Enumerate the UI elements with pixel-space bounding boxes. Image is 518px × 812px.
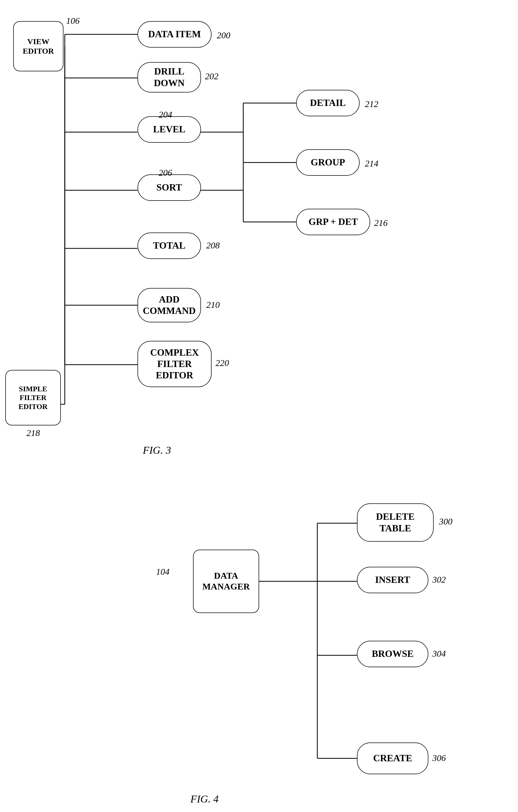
ref-202: 202	[205, 71, 218, 81]
ref-106: 106	[66, 16, 80, 26]
ref-218: 218	[26, 428, 40, 438]
drill-down-node: DRILLDOWN	[137, 62, 201, 92]
detail-node: DETAIL	[296, 90, 360, 116]
ref-104: 104	[156, 567, 169, 577]
ref-200: 200	[217, 30, 230, 40]
connection-lines	[0, 0, 518, 812]
ref-302: 302	[432, 575, 446, 585]
data-manager-node: DATAMANAGER	[193, 550, 259, 613]
browse-node: BROWSE	[357, 641, 428, 667]
diagram-container: VIEWEDITOR 106 DATA ITEM 200 DRILLDOWN 2…	[0, 0, 518, 812]
group-node: GROUP	[296, 149, 360, 176]
view-editor-node: VIEWEDITOR	[13, 21, 63, 71]
level-node: LEVEL	[137, 116, 201, 143]
ref-216: 216	[374, 218, 388, 228]
ref-220: 220	[216, 358, 229, 368]
fig4-caption: FIG. 4	[190, 793, 219, 805]
complex-filter-editor-node: COMPLEXFILTEREDITOR	[137, 341, 212, 387]
data-item-node: DATA ITEM	[137, 21, 212, 48]
ref-210: 210	[206, 300, 220, 310]
ref-204: 204	[159, 110, 172, 120]
sort-node: SORT	[137, 174, 201, 201]
create-node: CREATE	[357, 743, 428, 774]
ref-206: 206	[159, 168, 172, 178]
fig4-connection-lines	[0, 0, 518, 812]
simple-filter-editor-node: SIMPLEFILTEREDITOR	[5, 370, 61, 426]
grp-det-node: GRP + DET	[296, 209, 370, 235]
ref-214: 214	[365, 158, 378, 169]
delete-table-node: DELETETABLE	[357, 503, 434, 542]
ref-212: 212	[365, 99, 378, 109]
total-node: TOTAL	[137, 233, 201, 259]
ref-306: 306	[432, 753, 446, 763]
add-command-node: ADDCOMMAND	[137, 288, 201, 322]
ref-300: 300	[439, 517, 453, 527]
fig3-caption: FIG. 3	[143, 444, 171, 456]
insert-node: INSERT	[357, 567, 428, 593]
ref-208: 208	[206, 240, 220, 251]
ref-304: 304	[432, 649, 446, 659]
